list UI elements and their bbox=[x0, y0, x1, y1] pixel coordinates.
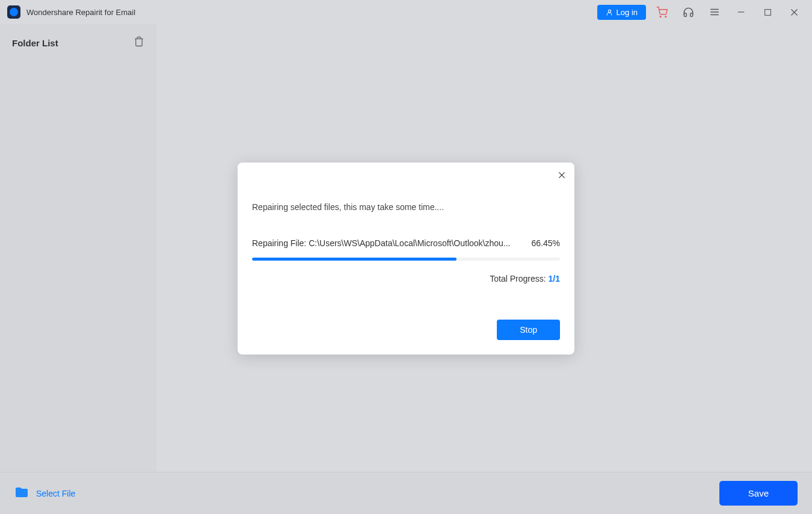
total-progress-label: Total Progress: bbox=[490, 274, 548, 283]
user-icon bbox=[606, 8, 614, 16]
progress-bar bbox=[252, 258, 560, 261]
footer: Select File Save bbox=[0, 472, 812, 514]
menu-icon bbox=[709, 7, 720, 17]
sidebar: Folder List bbox=[0, 24, 156, 472]
select-file-button[interactable]: Select File bbox=[14, 485, 75, 502]
maximize-button[interactable] bbox=[757, 1, 778, 23]
delete-button[interactable] bbox=[134, 36, 144, 49]
titlebar: Wondershare Repairit for Email Log in bbox=[0, 0, 812, 24]
trash-icon bbox=[134, 36, 144, 47]
sidebar-header: Folder List bbox=[12, 36, 144, 49]
headset-icon bbox=[683, 7, 694, 18]
file-progress-label: Repairing File: C:\Users\WS\AppData\Loca… bbox=[252, 238, 520, 248]
progress-fill bbox=[252, 258, 457, 261]
cart-button[interactable] bbox=[651, 1, 672, 23]
folder-list-title: Folder List bbox=[12, 38, 58, 48]
modal-message: Repairing selected files, this may take … bbox=[252, 202, 560, 212]
minimize-button[interactable] bbox=[730, 1, 752, 23]
folder-icon bbox=[14, 485, 29, 502]
svg-rect-7 bbox=[764, 9, 770, 15]
svg-point-1 bbox=[660, 16, 661, 17]
repair-progress-modal: Repairing selected files, this may take … bbox=[238, 163, 574, 355]
svg-point-0 bbox=[608, 10, 611, 12]
support-button[interactable] bbox=[677, 1, 699, 23]
minimize-icon bbox=[737, 8, 745, 16]
close-window-button[interactable] bbox=[783, 1, 805, 23]
select-file-label: Select File bbox=[36, 489, 75, 498]
stop-button-row: Stop bbox=[252, 320, 560, 340]
file-progress-percent: 66.45% bbox=[532, 238, 560, 248]
app-title: Wondershare Repairit for Email bbox=[26, 8, 135, 17]
login-button[interactable]: Log in bbox=[597, 5, 646, 20]
svg-point-2 bbox=[665, 16, 666, 17]
cart-icon bbox=[656, 7, 668, 18]
stop-button[interactable]: Stop bbox=[497, 320, 560, 340]
total-progress-total: 1 bbox=[555, 274, 560, 283]
close-icon bbox=[558, 171, 566, 179]
maximize-icon bbox=[764, 8, 772, 16]
file-progress-row: Repairing File: C:\Users\WS\AppData\Loca… bbox=[252, 238, 560, 248]
menu-button[interactable] bbox=[704, 1, 725, 23]
total-progress-row: Total Progress: 1/1 bbox=[252, 274, 560, 283]
login-label: Log in bbox=[617, 8, 638, 17]
titlebar-left: Wondershare Repairit for Email bbox=[7, 5, 135, 19]
app-icon bbox=[7, 5, 20, 19]
titlebar-right: Log in bbox=[597, 1, 805, 23]
close-icon bbox=[790, 8, 799, 17]
save-button[interactable]: Save bbox=[719, 481, 798, 506]
modal-close-button[interactable] bbox=[558, 171, 566, 182]
